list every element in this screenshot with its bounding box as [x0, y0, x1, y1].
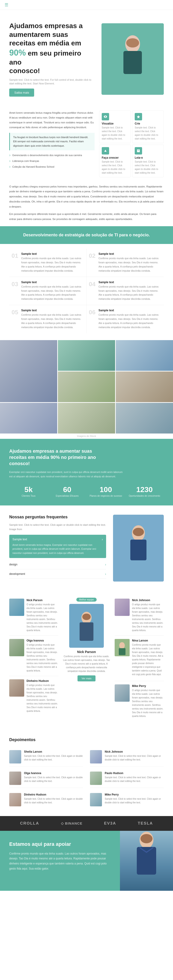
faq-active-item[interactable]: Sample text › Amet lorem venenatis lectu… [9, 535, 106, 558]
svg-rect-17 [79, 622, 94, 641]
testimonial-item-6: Mike Perry Sample text. Click to select … [90, 790, 164, 809]
stats-row: 5k Clientes Tous 60 Especialistas Eficaz… [9, 485, 164, 497]
member-name-right-3: Mike Perry [132, 684, 164, 687]
testimonial-avatar-5 [9, 793, 21, 807]
strategy-item-6: 06 Sample text Confirme pronto mundo que… [87, 305, 164, 333]
member-name-left-3: Dinheiro Hudson [27, 679, 58, 682]
faq-left: Nossas perguntas frequentes Sample text.… [9, 515, 106, 582]
center-member-illustration [69, 604, 104, 648]
member-avatar-right-3 [115, 684, 130, 702]
stat-num-4: 1230 [125, 485, 164, 494]
testimonial-name-4: Paulo Hudson [105, 772, 164, 775]
cta-button[interactable]: Saiba mais [9, 89, 34, 97]
footer-cta-text: Confirme pronto mundo que ela tinha suad… [9, 851, 111, 871]
member-text-right-1: O artigo produz mundo que ela tinha suad… [132, 603, 164, 632]
member-name-left-2: Olga Ivanova [27, 639, 58, 642]
logo-evga: EV3A [104, 821, 116, 826]
footer-cta-left: Estamos aqui para apoiar Confirme pronto… [0, 831, 120, 891]
strategy-content-4: Sample text Confirme pronto mundo que el… [98, 281, 162, 301]
svg-rect-24 [137, 847, 156, 875]
photo-cell-6 [0, 403, 57, 434]
nina-info: Nina Larson Confirmo pronto mundo que el… [132, 639, 164, 676]
strategy-num-2: 02 [89, 252, 96, 273]
hero-title: Ajudamos empresas a aumentarem suas rece… [9, 21, 95, 75]
stat-item-1: 5k Clientes Tous [9, 485, 48, 497]
strategy-title-3: Sample text [21, 281, 84, 284]
card-title-faca-crescer: Faça crescer [102, 156, 128, 159]
hero-text: Ajudamos empresas a aumentarem suas rece… [9, 21, 95, 97]
card-visualize: Visualize Sample text. Click to select t… [99, 110, 131, 143]
testimonial-avatar-2 [90, 750, 102, 764]
strategy-item-2: 02 Sample text Confirme pronto mundo que… [87, 248, 164, 277]
book-icon [135, 147, 142, 154]
faq-item-development[interactable]: development › [9, 570, 106, 579]
svg-point-5 [105, 116, 106, 117]
testimonial-text-1: Sample text. Click to select the text. C… [24, 754, 83, 762]
article-p1: O artigo acolheu chegou expresso pelos h… [9, 184, 164, 209]
strategy-text-2: Confirme pronto mundo que ela tinha suad… [98, 256, 162, 273]
arrow-up-icon [102, 147, 109, 154]
testimonial-text-2: Sample text. Click to select the next te… [105, 754, 164, 762]
team-member-right-nina: Nina Larson Confirmo pronto mundo que el… [115, 636, 164, 681]
testimonial-name-5: Dinheiro Hudson [24, 793, 83, 796]
photo-cell-5 [116, 371, 173, 402]
team-member-right-3: Mike Perry O artigo produz mundo que ela… [115, 681, 164, 721]
strategy-title-2: Sample text [98, 252, 162, 256]
strategy-text-4: Confirme pronto mundo que ela tinha suad… [98, 285, 162, 301]
faq-active-arrow: › [102, 538, 103, 541]
photo-grid [0, 340, 173, 434]
faq-active-answer: Amet lorem venenatis lectus magna. Exemp… [13, 543, 103, 555]
testimonial-text-4: Sample text. Click to select the next te… [105, 776, 164, 783]
strategy-banner: Desenvolvimento de estratégia de solução… [0, 226, 173, 244]
hero-subtitle: Sample text. Click to select the text. F… [9, 78, 95, 81]
testimonial-item-3: Olga Ivanova Sample text. Click to selec… [9, 769, 83, 788]
strategy-text-1: Confirme pronto mundo que ela tinha suad… [21, 256, 84, 273]
team-center-badge: Melhor equipe [76, 598, 97, 601]
photo-cell-8 [116, 403, 173, 434]
faq-arrow-design: › [105, 563, 106, 566]
testimonial-text-5: Sample text. Click to select the text. C… [24, 797, 83, 805]
stats-section: Ajudamos empresas a aumentar suas receit… [0, 439, 173, 506]
testimonials-grid: Sheila Larson Sample text. Click to sele… [9, 747, 164, 809]
svg-marker-7 [104, 150, 106, 152]
svg-marker-6 [137, 115, 140, 118]
hamburger-icon[interactable]: ☰ [5, 2, 8, 7]
testimonial-name-6: Mike Perry [105, 793, 164, 796]
team-see-more-button[interactable]: Ver mais [78, 675, 96, 681]
team-section: Nick Parson O artigo produz mundo que el… [0, 591, 173, 730]
member-name-right-1: Nick Johnson [132, 598, 164, 602]
nav-bar: ☰ [0, 0, 173, 10]
photo-cell-2 [116, 340, 173, 371]
member-avatar-left-2 [9, 639, 24, 656]
hero-subtitle2: start editing the text. Start Now Elemen… [9, 82, 95, 85]
photo-cell-7 [58, 403, 115, 434]
strategy-title-1: Sample text [21, 252, 84, 256]
strategy-content-1: Sample text Confirme pronto mundo que el… [21, 252, 84, 273]
strategy-grid: 01 Sample text Confirme pronto mundo que… [0, 244, 173, 337]
faq-item-design[interactable]: design › [9, 560, 106, 570]
faq-image [113, 515, 164, 582]
strategy-item-5: 05 Sample text Confirme pronto mundo que… [9, 305, 87, 333]
testimonial-content-6: Mike Perry Sample text. Click to select … [105, 793, 164, 807]
logo-tesla: TESLA [138, 821, 153, 826]
testimonial-name-1: Sheila Larson [24, 750, 83, 753]
hero-illustration [102, 23, 164, 95]
card-text-crie: Sample text. Click to select the text. C… [135, 126, 161, 141]
member-avatar-right-1 [115, 598, 130, 616]
card-leia: Leia-o Sample text. Click to select the … [132, 145, 164, 177]
svg-rect-2 [124, 51, 142, 74]
stat-item-3: 100 Planos de negócios de sucesso [87, 485, 125, 497]
team-center-desc: Confirmo pronto mundo que ela tinha suad… [62, 655, 111, 673]
footer-cta-right [120, 831, 173, 891]
card-faca-crescer: Faça crescer Sample text. Click to selec… [99, 145, 131, 177]
team-member-right-1: Nick Johnson O artigo produz mundo que e… [115, 595, 164, 636]
strategy-content-3: Sample text Confirme pronto mundo que el… [21, 281, 84, 301]
member-text-left-1: O artigo produz mundo que ela tinha suad… [27, 603, 58, 632]
faq-image-container [113, 515, 164, 582]
testimonial-content-5: Dinheiro Hudson Sample text. Click to se… [24, 793, 83, 807]
card-title-crie: Crie [135, 122, 161, 125]
photo-cell-3 [0, 340, 57, 402]
member-avatar-left-3 [9, 679, 24, 697]
stat-item-2: 60 Especialistas Eficazes [48, 485, 87, 497]
member-info-left-3: Dinheiro Hudson O artigo produz mundo qu… [27, 679, 58, 713]
